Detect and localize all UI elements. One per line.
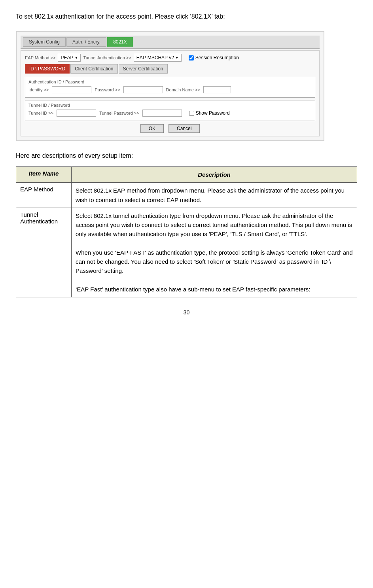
auth-id-password-group: Authentication ID / Password Identity >>… [25,77,315,98]
col-header-desc: Description [72,167,357,183]
eap-dropdown-arrow: ▼ [74,56,78,60]
tunnel-dropdown-arrow: ▼ [175,56,179,60]
sub-tab-server-cert[interactable]: Server Certification [119,64,168,74]
tunnel-desc-part1: Select 802.1x tunnel authentication type… [76,212,352,238]
page-number: 30 [16,309,357,316]
cancel-button[interactable]: Cancel [169,124,200,133]
session-resumption-checkbox[interactable] [189,55,194,61]
tunnel-password-label: Tunnel Password >> [99,111,139,115]
identity-input[interactable] [52,86,91,93]
show-password-checkbox[interactable] [189,111,194,116]
col-header-item: Item Name [16,167,72,183]
tunnel-desc-part2: When you use 'EAP-FAST' as authenticatio… [76,249,353,274]
ok-button[interactable]: OK [140,124,164,133]
tunnel-id-password-group: Tunnel ID / Password Tunnel ID >> Tunnel… [25,100,315,121]
tunnel-auth-dropdown[interactable]: EAP-MSCHAP v2 ▼ [134,54,182,62]
here-text: Here are descriptions of every setup ite… [16,152,357,159]
intro-paragraph: To set 802.1x authentication for the acc… [16,12,357,21]
tunnel-password-input[interactable] [142,110,182,117]
domain-name-label: Domain Name >> [166,87,200,92]
password-label: Password >> [95,87,120,92]
sub-tab-client-cert[interactable]: Client Certification [70,64,117,74]
tunnel-auth-value: EAP-MSCHAP v2 [136,55,174,61]
tunnel-group-title: Tunnel ID / Password [28,103,312,108]
tab-system-config[interactable]: System Config [23,37,66,47]
eap-method-value: PEAP [61,55,73,61]
table-row: EAP Method Select 802.1x EAP method from… [16,183,357,208]
auth-group-title: Authentication ID / Password [28,79,312,84]
sub-tab-id-password[interactable]: ID \ PASSWORD [25,64,70,74]
screenshot-container: System Config Auth. \ Encry. 8021X EAP M… [16,31,324,141]
tunnel-id-label: Tunnel ID >> [28,111,53,115]
session-resumption-checkbox-group: Session Resumption [189,55,239,61]
session-resumption-label: Session Resumption [195,55,239,61]
item-name-eap: EAP Method [16,183,72,208]
description-table: Item Name Description EAP Method Select … [16,166,357,297]
tunnel-id-input[interactable] [57,110,96,117]
top-config-row: EAP Method >> PEAP ▼ Tunnel Authenticati… [25,54,315,62]
eap-method-label: EAP Method >> [25,55,55,60]
table-row: TunnelAuthentication Select 802.1x tunne… [16,208,357,297]
tab-auth-encry[interactable]: Auth. \ Encry. [66,37,106,47]
item-desc-eap: Select 802.1x EAP method from dropdown m… [72,183,357,208]
identity-label: Identity >> [28,87,49,92]
item-name-tunnel: TunnelAuthentication [16,208,72,297]
domain-name-input[interactable] [203,86,231,93]
password-input[interactable] [123,86,163,93]
item-desc-tunnel: Select 802.1x tunnel authentication type… [72,208,357,297]
auth-fields-row: Identity >> Password >> Domain Name >> [28,86,312,93]
tunnel-auth-label: Tunnel Authentication >> [83,55,131,60]
show-password-label: Show Password [196,110,230,116]
sub-tab-bar: ID \ PASSWORD Client Certification Serve… [25,64,315,74]
show-password-group: Show Password [189,110,230,116]
button-row: OK Cancel [25,124,315,133]
tab-8021x[interactable]: 8021X [107,37,133,47]
tunnel-desc-part3: ‘EAP Fast’ authentication type also have… [76,286,310,293]
config-area: EAP Method >> PEAP ▼ Tunnel Authenticati… [21,50,320,136]
tunnel-fields-row: Tunnel ID >> Tunnel Password >> Show Pas… [28,110,312,117]
tab-bar: System Config Auth. \ Encry. 8021X [21,36,320,49]
eap-method-dropdown[interactable]: PEAP ▼ [58,54,81,62]
